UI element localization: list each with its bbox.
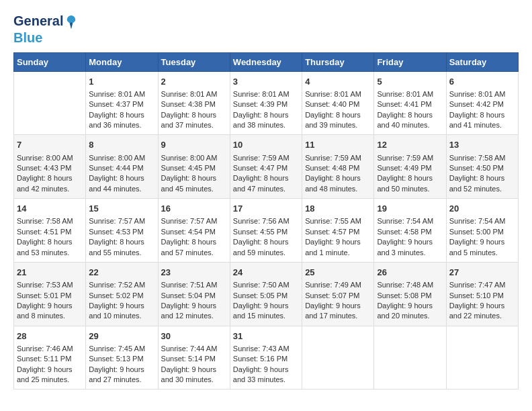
cell-date-number: 31 <box>233 330 299 342</box>
calendar-cell: 25Sunrise: 7:49 AMSunset: 5:07 PMDayligh… <box>302 262 374 326</box>
day-header-monday: Monday <box>86 52 158 71</box>
calendar-cell: 13Sunrise: 7:58 AMSunset: 4:50 PMDayligh… <box>446 135 518 199</box>
cell-info-line: Sunset: 4:43 PM <box>17 163 83 173</box>
cell-info-line: Sunrise: 7:48 AM <box>377 280 443 290</box>
cell-date-number: 11 <box>305 139 371 151</box>
cell-info-line: Sunset: 5:13 PM <box>89 354 154 364</box>
cell-date-number: 13 <box>449 139 515 151</box>
cell-info-line: Sunset: 4:38 PM <box>161 99 227 109</box>
calendar-cell: 29Sunrise: 7:45 AMSunset: 5:13 PMDayligh… <box>86 326 158 390</box>
cell-info-line: Sunrise: 7:54 AM <box>377 216 443 226</box>
calendar-cell: 17Sunrise: 7:56 AMSunset: 4:55 PMDayligh… <box>230 199 302 263</box>
cell-info-line: and 48 minutes. <box>305 184 371 194</box>
cell-info-line: and 10 minutes. <box>89 311 154 321</box>
cell-info-line: and 36 minutes. <box>89 120 154 130</box>
cell-info-line: Sunset: 4:39 PM <box>233 99 299 109</box>
calendar-cell <box>446 326 518 390</box>
cell-info-line: Sunset: 4:42 PM <box>449 99 515 109</box>
cell-date-number: 10 <box>233 139 299 151</box>
calendar-cell: 22Sunrise: 7:52 AMSunset: 5:02 PMDayligh… <box>86 262 158 326</box>
cell-info-line: and 55 minutes. <box>89 248 154 258</box>
calendar-cell: 1Sunrise: 8:01 AMSunset: 4:37 PMDaylight… <box>86 71 158 135</box>
cell-info-line: Daylight: 9 hours <box>377 301 443 311</box>
cell-info-line: and 3 minutes. <box>377 248 443 258</box>
cell-info-line: Sunset: 5:08 PM <box>377 291 443 301</box>
calendar-cell: 18Sunrise: 7:55 AMSunset: 4:57 PMDayligh… <box>302 199 374 263</box>
cell-info-line: Sunset: 5:16 PM <box>233 354 299 364</box>
cell-date-number: 19 <box>377 203 443 215</box>
cell-info-line: and 30 minutes. <box>161 375 227 385</box>
calendar-cell: 27Sunrise: 7:47 AMSunset: 5:10 PMDayligh… <box>446 262 518 326</box>
calendar-cell: 21Sunrise: 7:53 AMSunset: 5:01 PMDayligh… <box>14 262 86 326</box>
cell-date-number: 22 <box>89 267 154 279</box>
cell-info-line: Sunrise: 7:59 AM <box>233 153 299 163</box>
calendar-header-row: SundayMondayTuesdayWednesdayThursdayFrid… <box>14 52 519 71</box>
cell-info-line: and 39 minutes. <box>305 120 371 130</box>
cell-info-line: and 53 minutes. <box>17 248 83 258</box>
week-row-3: 14Sunrise: 7:58 AMSunset: 4:51 PMDayligh… <box>14 199 519 263</box>
cell-info-line: Sunset: 4:53 PM <box>89 227 154 237</box>
cell-info-line: Sunrise: 7:51 AM <box>161 280 227 290</box>
cell-info-line: and 42 minutes. <box>17 184 83 194</box>
cell-date-number: 6 <box>449 76 515 88</box>
calendar-cell: 23Sunrise: 7:51 AMSunset: 5:04 PMDayligh… <box>158 262 230 326</box>
cell-info-line: Daylight: 8 hours <box>449 110 515 120</box>
cell-info-line: Sunrise: 8:01 AM <box>449 89 515 99</box>
cell-info-line: Sunrise: 7:45 AM <box>89 344 154 354</box>
logo: General Blue <box>13 13 79 46</box>
cell-info-line: Daylight: 8 hours <box>233 173 299 183</box>
cell-info-line: and 1 minute. <box>305 248 371 258</box>
week-row-1: 1Sunrise: 8:01 AMSunset: 4:37 PMDaylight… <box>14 71 519 135</box>
week-row-5: 28Sunrise: 7:46 AMSunset: 5:11 PMDayligh… <box>14 326 519 390</box>
cell-info-line: and 25 minutes. <box>17 375 83 385</box>
cell-date-number: 1 <box>89 76 154 88</box>
cell-info-line: and 5 minutes. <box>449 248 515 258</box>
cell-info-line: and 59 minutes. <box>233 248 299 258</box>
cell-info-line: Daylight: 9 hours <box>449 237 515 247</box>
cell-date-number: 5 <box>377 76 443 88</box>
cell-date-number: 12 <box>377 139 443 151</box>
cell-info-line: and 20 minutes. <box>377 311 443 321</box>
cell-info-line: and 22 minutes. <box>449 311 515 321</box>
calendar-cell: 10Sunrise: 7:59 AMSunset: 4:47 PMDayligh… <box>230 135 302 199</box>
cell-info-line: and 52 minutes. <box>449 184 515 194</box>
cell-info-line: Daylight: 8 hours <box>449 173 515 183</box>
cell-info-line: Sunrise: 7:50 AM <box>233 280 299 290</box>
cell-info-line: Sunrise: 7:49 AM <box>305 280 371 290</box>
calendar-cell: 24Sunrise: 7:50 AMSunset: 5:05 PMDayligh… <box>230 262 302 326</box>
calendar-cell: 5Sunrise: 8:01 AMSunset: 4:41 PMDaylight… <box>374 71 446 135</box>
cell-info-line: Daylight: 8 hours <box>161 110 227 120</box>
cell-info-line: Daylight: 9 hours <box>377 237 443 247</box>
cell-info-line: Sunrise: 7:58 AM <box>449 153 515 163</box>
calendar-cell: 6Sunrise: 8:01 AMSunset: 4:42 PMDaylight… <box>446 71 518 135</box>
cell-info-line: Sunrise: 7:57 AM <box>89 216 154 226</box>
cell-date-number: 21 <box>17 267 83 279</box>
calendar-cell: 3Sunrise: 8:01 AMSunset: 4:39 PMDaylight… <box>230 71 302 135</box>
cell-info-line: Sunrise: 7:55 AM <box>305 216 371 226</box>
cell-info-line: Sunset: 4:48 PM <box>305 163 371 173</box>
cell-info-line: Sunset: 4:47 PM <box>233 163 299 173</box>
cell-info-line: Sunrise: 8:00 AM <box>161 153 227 163</box>
cell-info-line: Daylight: 8 hours <box>305 173 371 183</box>
cell-info-line: Daylight: 8 hours <box>17 237 83 247</box>
day-header-wednesday: Wednesday <box>230 52 302 71</box>
cell-info-line: and 8 minutes. <box>17 311 83 321</box>
cell-date-number: 27 <box>449 267 515 279</box>
calendar-cell: 14Sunrise: 7:58 AMSunset: 4:51 PMDayligh… <box>14 199 86 263</box>
cell-info-line: and 27 minutes. <box>89 375 154 385</box>
cell-info-line: Sunset: 4:37 PM <box>89 99 154 109</box>
calendar-cell: 26Sunrise: 7:48 AMSunset: 5:08 PMDayligh… <box>374 262 446 326</box>
cell-info-line: and 57 minutes. <box>161 248 227 258</box>
day-header-tuesday: Tuesday <box>158 52 230 71</box>
cell-info-line: Sunset: 5:10 PM <box>449 291 515 301</box>
cell-info-line: Sunset: 5:02 PM <box>89 291 154 301</box>
cell-info-line: and 12 minutes. <box>161 311 227 321</box>
calendar-cell: 4Sunrise: 8:01 AMSunset: 4:40 PMDaylight… <box>302 71 374 135</box>
cell-info-line: Daylight: 8 hours <box>161 237 227 247</box>
cell-info-line: Sunrise: 8:01 AM <box>305 89 371 99</box>
logo-line2: Blue <box>13 30 42 46</box>
cell-info-line: Daylight: 9 hours <box>161 365 227 375</box>
cell-info-line: and 15 minutes. <box>233 311 299 321</box>
cell-date-number: 20 <box>449 203 515 215</box>
calendar-cell: 8Sunrise: 8:00 AMSunset: 4:44 PMDaylight… <box>86 135 158 199</box>
